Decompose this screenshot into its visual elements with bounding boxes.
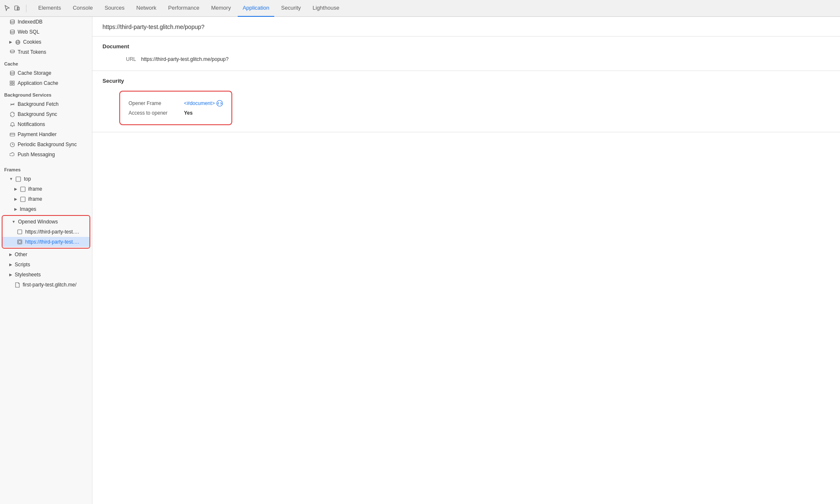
sidebar-item-payment[interactable]: Payment Handler xyxy=(0,129,92,139)
document-section-title: Document xyxy=(102,43,830,50)
tab-lighthouse[interactable]: Lighthouse xyxy=(307,0,344,17)
sidebar-item-periodicbgsync[interactable]: Periodic Background Sync xyxy=(0,139,92,150)
frame-icon xyxy=(16,176,21,182)
content-panel: https://third-party-test.glitch.me/popup… xyxy=(92,17,840,504)
arrows-icon xyxy=(9,101,15,107)
sidebar-item-pushmsging[interactable]: Push Messaging xyxy=(0,150,92,160)
opened-windows-group: ▼ Opened Windows https://third-party-tes… xyxy=(2,215,90,249)
svg-point-7 xyxy=(10,50,14,52)
chevron-right-icon-iframe1: ▶ xyxy=(14,187,17,191)
chevron-down-icon-ow: ▼ xyxy=(12,220,16,224)
code-icon xyxy=(216,100,223,107)
sidebar-item-top[interactable]: ▼ top xyxy=(0,174,92,184)
bg-services-section-label: Background Services xyxy=(0,88,92,99)
sidebar-item-opened-windows[interactable]: ▼ Opened Windows xyxy=(3,217,89,227)
tab-performance[interactable]: Performance xyxy=(163,0,204,17)
svg-rect-11 xyxy=(10,84,12,85)
db-icon-trust xyxy=(9,49,15,55)
opener-frame-label: Opener Frame xyxy=(129,100,179,106)
access-value: Yes xyxy=(184,110,193,116)
tab-memory[interactable]: Memory xyxy=(206,0,236,17)
svg-rect-12 xyxy=(13,84,14,85)
opener-frame-link[interactable]: <#document> xyxy=(184,100,223,107)
cursor-icon[interactable] xyxy=(3,5,11,12)
svg-rect-10 xyxy=(13,81,14,83)
db-icon xyxy=(9,19,15,25)
security-section-title: Security xyxy=(102,78,830,84)
frame-icon-iframe2 xyxy=(20,196,26,202)
cloud-icon xyxy=(9,152,15,158)
svg-point-2 xyxy=(10,20,14,21)
chevron-right-icon: ▶ xyxy=(9,40,12,44)
sidebar-item-notifications[interactable]: Notifications xyxy=(0,119,92,129)
tab-console[interactable]: Console xyxy=(68,0,98,17)
device-icon[interactable] xyxy=(13,5,21,12)
sidebar-item-stylesheets[interactable]: ▶ Stylesheets xyxy=(0,270,92,280)
bell-icon xyxy=(9,121,15,127)
sidebar-item-scripts[interactable]: ▶ Scripts xyxy=(0,260,92,270)
chevron-right-icon-other: ▶ xyxy=(9,252,12,257)
chevron-right-icon-css: ▶ xyxy=(9,273,12,277)
sync-icon xyxy=(9,111,15,117)
svg-rect-23 xyxy=(18,230,22,234)
sidebar-item-indexeddb[interactable]: IndexedDB xyxy=(0,17,92,27)
sidebar-item-other[interactable]: ▶ Other xyxy=(0,249,92,260)
tab-sources[interactable]: Sources xyxy=(100,0,130,17)
sidebar-item-trusttokens[interactable]: Trust Tokens xyxy=(0,47,92,57)
svg-rect-21 xyxy=(21,187,25,192)
frame-icon-iframe1 xyxy=(20,186,26,192)
sidebar-item-opened-window-1[interactable]: https://third-party-test.glitch.me/popup… xyxy=(3,227,89,237)
chevron-right-icon-iframe2: ▶ xyxy=(14,197,17,201)
globe-icon xyxy=(15,39,21,45)
svg-rect-9 xyxy=(10,81,12,83)
svg-point-8 xyxy=(10,71,14,73)
db-icon-websql xyxy=(9,29,15,35)
svg-rect-15 xyxy=(10,133,15,136)
tab-application[interactable]: Application xyxy=(238,0,275,17)
url-label: URL xyxy=(102,56,136,62)
chevron-down-icon: ▼ xyxy=(9,177,13,181)
security-info-box: Opener Frame <#document> xyxy=(119,91,232,125)
toolbar-icons xyxy=(3,5,26,12)
sidebar-item-cookies[interactable]: ▶ Cookies xyxy=(0,37,92,47)
window-icon-2 xyxy=(17,239,23,245)
access-label: Access to opener xyxy=(129,110,179,116)
db-icon-cache xyxy=(9,70,15,76)
grid-icon xyxy=(9,80,15,86)
tab-security[interactable]: Security xyxy=(276,0,306,17)
sidebar-item-bgsync[interactable]: Background Sync xyxy=(0,109,92,119)
card-icon xyxy=(9,131,15,137)
access-opener-row: Access to opener Yes xyxy=(129,108,223,118)
svg-rect-22 xyxy=(21,197,25,202)
tab-network[interactable]: Network xyxy=(131,0,162,17)
sidebar-item-opened-window-2[interactable]: https://third-party-test.glitch.me/popup… xyxy=(3,237,89,247)
svg-point-3 xyxy=(10,30,14,32)
sidebar-item-websql[interactable]: Web SQL xyxy=(0,27,92,37)
chevron-right-icon-images: ▶ xyxy=(14,207,17,211)
sidebar-item-iframe1[interactable]: ▶ iframe xyxy=(0,184,92,194)
tab-bar: Elements Console Sources Network Perform… xyxy=(0,0,840,17)
clock-icon xyxy=(9,142,15,147)
document-section: Document URL https://third-party-test.gl… xyxy=(92,37,840,71)
url-field-row: URL https://third-party-test.glitch.me/p… xyxy=(102,55,830,64)
sidebar-item-cachestorage[interactable]: Cache Storage xyxy=(0,68,92,78)
sidebar-item-appcache[interactable]: Application Cache xyxy=(0,78,92,88)
sidebar-item-firstparty[interactable]: first-party-test.glitch.me/ xyxy=(0,280,92,290)
sidebar: IndexedDB Web SQL ▶ Cookies Trust Tokens… xyxy=(0,17,92,504)
svg-rect-25 xyxy=(18,241,21,243)
window-icon-1 xyxy=(17,229,23,235)
main-layout: IndexedDB Web SQL ▶ Cookies Trust Tokens… xyxy=(0,17,840,504)
security-section: Security Opener Frame <#document> xyxy=(92,71,840,132)
chevron-right-icon-scripts: ▶ xyxy=(9,262,12,267)
svg-rect-20 xyxy=(16,177,21,181)
file-icon xyxy=(14,282,20,288)
url-value: https://third-party-test.glitch.me/popup… xyxy=(141,56,228,62)
sidebar-item-images[interactable]: ▶ Images xyxy=(0,204,92,214)
frames-section-label: Frames xyxy=(0,163,92,174)
sidebar-item-bgfetch[interactable]: Background Fetch xyxy=(0,99,92,109)
svg-rect-0 xyxy=(15,6,18,10)
content-url-header: https://third-party-test.glitch.me/popup… xyxy=(92,17,840,37)
sidebar-item-iframe2[interactable]: ▶ iframe xyxy=(0,194,92,204)
cache-section-label: Cache xyxy=(0,57,92,68)
tab-elements[interactable]: Elements xyxy=(33,0,66,17)
